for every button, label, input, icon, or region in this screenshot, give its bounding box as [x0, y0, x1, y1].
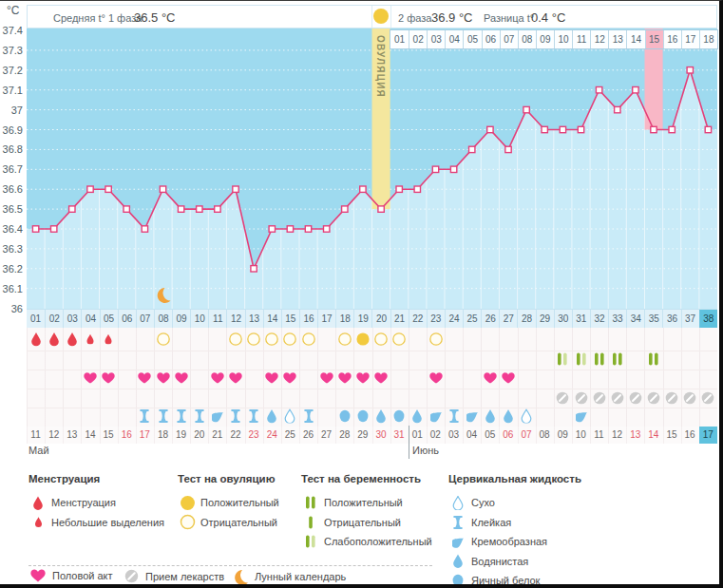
cycle-day-cell[interactable]: 14: [263, 310, 281, 328]
phase2-value: 36.9 °C: [431, 10, 473, 25]
calendar-date-cell[interactable]: 12: [608, 427, 626, 444]
cycle-day-cell[interactable]: 23: [427, 310, 445, 328]
cycle-day-cell[interactable]: 22: [409, 310, 427, 328]
cycle-day-cell[interactable]: 12: [226, 310, 244, 328]
pregnancy-test-positive-icon: [612, 352, 623, 366]
cervical-fluid-icon: [466, 409, 478, 424]
cycle-day-cell[interactable]: 21: [390, 310, 409, 328]
cycle-day-cell[interactable]: 26: [481, 310, 499, 328]
calendar-date-cell[interactable]: 02: [427, 427, 445, 444]
intercourse-icon: [502, 372, 515, 384]
temp-point: [215, 206, 220, 212]
calendar-date-cell[interactable]: 28: [335, 427, 353, 444]
cycle-day-cell[interactable]: 37: [681, 310, 699, 328]
calendar-date-cell[interactable]: 15: [100, 427, 118, 444]
cycle-day-cell[interactable]: 19: [353, 310, 371, 328]
calendar-date-cell[interactable]: 03: [445, 427, 463, 444]
cycle-day-cell[interactable]: 17: [317, 310, 335, 328]
calendar-date-cell[interactable]: 04: [463, 427, 481, 444]
cycle-day-cell[interactable]: 09: [172, 310, 190, 328]
cycle-day-cell[interactable]: 20: [371, 310, 390, 328]
calendar-date-cell[interactable]: 24: [263, 427, 281, 444]
ovulation-test-negative-icon: [283, 332, 297, 347]
calendar-date-cell[interactable]: 22: [226, 427, 244, 444]
cycle-day-cell[interactable]: 28: [517, 310, 535, 328]
temp-point: [578, 126, 583, 132]
calendar-date-cell[interactable]: 25: [281, 427, 299, 444]
ovulation-test-negative-icon: [247, 332, 261, 347]
cycle-day-cell[interactable]: 16: [299, 310, 317, 328]
calendar-date-cell[interactable]: 27: [317, 427, 335, 444]
calendar-date-cell[interactable]: 16: [681, 427, 699, 444]
temp-point: [105, 186, 111, 192]
calendar-date-cell[interactable]: 15: [662, 427, 680, 444]
calendar-date-cell[interactable]: 01: [409, 427, 427, 444]
cycle-day-cell[interactable]: 25: [463, 310, 481, 328]
cycle-day-cell[interactable]: 01: [27, 310, 45, 328]
calendar-date-cell[interactable]: 26: [299, 427, 317, 444]
cycle-day-cell[interactable]: 03: [63, 310, 81, 328]
cycle-day-cell[interactable]: 04: [81, 310, 99, 328]
calendar-date-cell[interactable]: 05: [481, 427, 499, 444]
cycle-day-cell[interactable]: 05: [100, 310, 118, 328]
pregnancy-test-weak-icon: [576, 352, 587, 366]
menstruation-icon: [30, 332, 42, 347]
calendar-date-cell[interactable]: 17: [699, 427, 717, 444]
cycle-day-cell[interactable]: 11: [208, 310, 226, 328]
calendar-date-cell[interactable]: 23: [245, 427, 263, 444]
cycle-day-cell[interactable]: 38: [699, 310, 717, 328]
cycle-day-cell[interactable]: 18: [335, 310, 353, 328]
cycle-day-cell[interactable]: 15: [281, 310, 299, 328]
cycle-day-cell[interactable]: 10: [190, 310, 208, 328]
cycle-day-cell[interactable]: 13: [245, 310, 263, 328]
cycle-day-cell[interactable]: 27: [499, 310, 517, 328]
cycle-day-cell[interactable]: 06: [118, 310, 136, 328]
calendar-date-cell[interactable]: 14: [81, 427, 99, 444]
calendar-date-cell[interactable]: 10: [572, 427, 590, 444]
ovulation-test-negative-icon: [337, 332, 352, 347]
cycle-day-cell[interactable]: 34: [626, 310, 644, 328]
legend-item: Клейкая: [448, 513, 581, 533]
cycle-day-cell[interactable]: 35: [644, 310, 662, 328]
calendar-date-cell[interactable]: 31: [390, 427, 409, 444]
calendar-date-cell[interactable]: 20: [190, 427, 208, 444]
calendar-date-cell[interactable]: 18: [154, 427, 172, 444]
calendar-date-cell[interactable]: 07: [517, 427, 535, 444]
calendar-date-cell[interactable]: 30: [371, 427, 390, 444]
phase2-day-cell: 17: [681, 30, 699, 48]
calendar-date-cell[interactable]: 17: [136, 427, 154, 444]
cycle-day-cell[interactable]: 36: [662, 310, 680, 328]
legend-cf-watery-icon: [448, 554, 467, 568]
calendar-date-cell[interactable]: 12: [45, 427, 63, 444]
cycle-day-cell[interactable]: 08: [154, 310, 172, 328]
cycle-day-cell[interactable]: 02: [45, 310, 63, 328]
calendar-date-cell[interactable]: 19: [172, 427, 190, 444]
calendar-date-cell[interactable]: 06: [499, 427, 517, 444]
cycle-day-cell[interactable]: 29: [536, 310, 554, 328]
calendar-date-cell[interactable]: 16: [118, 427, 136, 444]
cycle-day-cell[interactable]: 07: [136, 310, 154, 328]
calendar-date-cell[interactable]: 13: [626, 427, 644, 444]
legend-item-label: Положительный: [200, 497, 279, 508]
calendar-date-cell[interactable]: 13: [63, 427, 81, 444]
temp-point: [396, 186, 402, 192]
cycle-day-cell[interactable]: 31: [572, 310, 590, 328]
calendar-date-cell[interactable]: 09: [554, 427, 572, 444]
calendar-date-cell[interactable]: 21: [208, 427, 226, 444]
temp-point: [687, 67, 693, 73]
pregnancy-test-positive-icon: [648, 352, 659, 366]
calendar-date-cell[interactable]: 08: [536, 427, 554, 444]
legend-pill-icon: [122, 569, 141, 583]
calendar-date-cell[interactable]: 11: [590, 427, 608, 444]
legend-item: Сухо: [448, 493, 581, 513]
calendar-date-cell[interactable]: 14: [644, 427, 662, 444]
temp-point: [651, 126, 656, 132]
cycle-day-cell[interactable]: 24: [445, 310, 463, 328]
cycle-day-cell[interactable]: 30: [554, 310, 572, 328]
calendar-date-cell[interactable]: 29: [353, 427, 371, 444]
phase2-day-cell: 14: [626, 30, 644, 48]
temp-point: [432, 166, 438, 172]
cycle-day-cell[interactable]: 33: [608, 310, 626, 328]
cycle-day-cell[interactable]: 32: [590, 310, 608, 328]
calendar-date-cell[interactable]: 11: [27, 427, 45, 444]
